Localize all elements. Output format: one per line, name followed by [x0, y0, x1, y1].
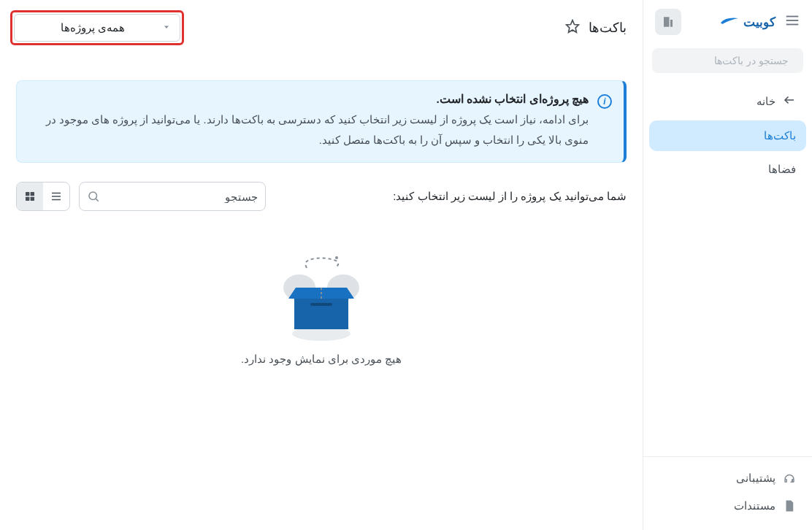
- empty-state: هیچ موردی برای نمایش وجود ندارد.: [16, 247, 627, 366]
- topbar: باکت‌ها همه‌ی پروژه‌ها: [0, 0, 643, 55]
- svg-marker-9: [164, 26, 169, 29]
- sidebar-nav: خانه باکت‌ها فضاها: [643, 80, 812, 456]
- footer-label: پشتیبانی: [736, 472, 775, 485]
- grid-icon: [24, 191, 36, 202]
- nav-item-spaces[interactable]: فضاها: [649, 154, 806, 185]
- arrow-left-icon: [783, 93, 796, 109]
- sidebar-search[interactable]: [652, 48, 803, 73]
- brand-logo[interactable]: کوبیت: [690, 15, 775, 30]
- document-icon: [783, 499, 796, 512]
- sidebar: کوبیت خانه باکت‌ها: [643, 0, 812, 530]
- project-select[interactable]: همه‌ی پروژه‌ها: [14, 14, 180, 42]
- alert-title: هیچ پروژه‌ای انتخاب نشده است.: [30, 93, 589, 106]
- search-icon: [87, 190, 100, 203]
- sidebar-footer: پشتیبانی مستندات: [643, 456, 812, 530]
- empty-illustration: [267, 247, 376, 342]
- svg-point-10: [89, 192, 97, 200]
- nav-label: باکت‌ها: [764, 129, 796, 142]
- svg-rect-15: [26, 192, 29, 196]
- page-title: باکت‌ها: [589, 20, 627, 36]
- topbar-title-wrap: باکت‌ها: [565, 19, 627, 37]
- main: باکت‌ها همه‌ی پروژه‌ها i هیچ پروژه‌ای ان…: [0, 0, 643, 530]
- org-button[interactable]: [655, 9, 681, 35]
- svg-rect-25: [310, 303, 332, 306]
- brand-swoosh-icon: [720, 15, 739, 28]
- alert-text: برای ادامه، نیاز است یک پروژه از لیست زی…: [30, 110, 589, 150]
- nav-label: فضاها: [768, 163, 796, 176]
- headset-icon: [783, 472, 796, 485]
- chevron-down-icon: [162, 21, 171, 34]
- list-toolbar: شما می‌توانید یک پروژه را از لیست زیر ان…: [16, 182, 627, 211]
- svg-rect-6: [785, 480, 786, 483]
- project-search-input[interactable]: [106, 191, 258, 203]
- project-select-label: همه‌ی پروژه‌ها: [23, 21, 162, 34]
- svg-line-11: [96, 199, 98, 201]
- project-search[interactable]: [79, 182, 266, 211]
- project-select-highlight: همه‌ی پروژه‌ها: [10, 10, 184, 45]
- content: i هیچ پروژه‌ای انتخاب نشده است. برای ادا…: [0, 55, 643, 366]
- svg-rect-17: [26, 197, 29, 201]
- view-toggle: [16, 182, 70, 211]
- view-list-button[interactable]: [43, 183, 69, 210]
- view-grid-button[interactable]: [17, 183, 43, 210]
- sidebar-header: کوبیت: [643, 0, 812, 44]
- info-icon: i: [597, 94, 612, 109]
- list-icon: [50, 190, 63, 203]
- footer-label: مستندات: [734, 499, 775, 512]
- nav-item-home[interactable]: خانه: [649, 85, 806, 118]
- footer-item-docs[interactable]: مستندات: [649, 492, 806, 520]
- nav-label: خانه: [757, 95, 775, 108]
- info-alert: i هیچ پروژه‌ای انتخاب نشده است. برای ادا…: [16, 80, 627, 163]
- svg-rect-16: [31, 192, 34, 196]
- svg-rect-18: [31, 197, 34, 201]
- footer-item-support[interactable]: پشتیبانی: [649, 464, 806, 492]
- nav-item-buckets[interactable]: باکت‌ها: [649, 120, 806, 151]
- star-icon[interactable]: [565, 19, 580, 37]
- menu-icon[interactable]: [784, 12, 800, 31]
- empty-text: هیچ موردی برای نمایش وجود ندارد.: [241, 353, 402, 366]
- toolbar-prompt: شما می‌توانید یک پروژه را از لیست زیر ان…: [393, 190, 627, 203]
- svg-marker-8: [567, 20, 579, 33]
- svg-point-22: [335, 256, 338, 259]
- sidebar-search-input[interactable]: [661, 55, 789, 66]
- brand-name: کوبیت: [743, 15, 775, 30]
